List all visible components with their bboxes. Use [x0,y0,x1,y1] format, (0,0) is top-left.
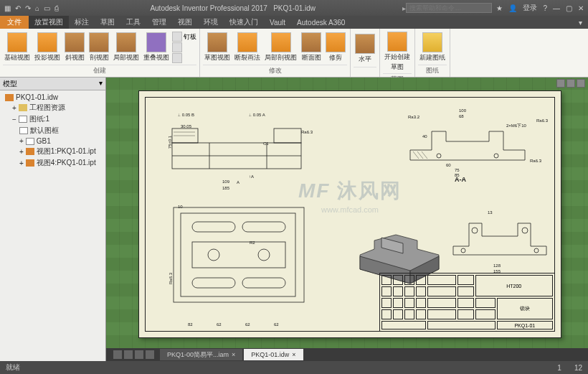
dim-100: 100 [459,108,466,113]
canvas-max-icon[interactable] [566,79,575,88]
overlay-view-button[interactable]: 重叠视图 [142,31,171,64]
redo-icon[interactable]: ↷ [25,4,31,12]
close-icon[interactable]: ✕ [578,4,584,12]
ra32: Ra3.2 [408,115,419,119]
star-icon[interactable]: ★ [496,4,503,12]
tab-getstarted[interactable]: 快速入门 [224,16,264,29]
ribbon-collapse-icon[interactable]: ▾ [573,17,588,28]
tab-environment[interactable]: 环境 [198,16,224,29]
tab-close-icon[interactable]: × [232,351,235,358]
svg-point-22 [522,228,528,233]
tab-close-icon[interactable]: × [292,351,295,358]
browser-dropdown-icon[interactable]: ▾ [99,79,103,88]
tree-resources[interactable]: +工程图资源 [2,102,103,113]
projected-view-button[interactable]: 投影视图 [33,31,62,64]
ra-c: Ra6.3 [169,273,173,284]
ra-a: Ra6.3 [301,130,313,134]
tree-view4[interactable]: +视图4:PKQ1-01.ipt [2,157,103,169]
maximize-icon[interactable]: ▢ [566,4,572,12]
dim-60: 60 [446,163,451,167]
tree-sheet1[interactable]: −图纸:1 [2,113,103,125]
tab-nav-icon[interactable] [113,350,122,359]
tab-list-icon[interactable] [124,350,133,359]
model-browser: 模型▾ PKQ1-01.idw +工程图资源 −图纸:1 默认图框 +GB1 +… [0,78,106,361]
svg-rect-7 [181,213,295,296]
auxiliary-view-button[interactable]: 斜视图 [63,31,86,64]
section-view-button[interactable]: 剖视图 [87,31,110,64]
status-page: 1 [557,364,561,372]
ribbon: 基础视图 投影视图 斜视图 剖视图 局部视图 重叠视图 钉板 创建 草图视图 断… [0,29,588,78]
print-icon[interactable]: ⎙ [54,4,59,12]
c1: C1 [263,141,269,146]
svg-rect-6 [174,207,304,302]
svg-rect-8 [192,222,235,232]
ribbon-tabs: 文件 放置视图 标注 草图 工具 管理 视图 环境 快速入门 Vault Aut… [0,16,588,29]
tab-annotate[interactable]: 标注 [69,16,95,29]
tree-gb1[interactable]: +GB1 [2,136,103,146]
break-button[interactable]: 断裂画法 [233,31,262,64]
svg-rect-11 [242,278,285,288]
svg-point-24 [534,248,539,253]
tab-manage[interactable]: 管理 [146,16,172,29]
svg-rect-10 [192,278,235,288]
search-input[interactable] [406,3,492,13]
dim-13: 13 [488,210,493,215]
new-sheet-button[interactable]: 新建图纸 [418,31,447,64]
tab-view[interactable]: 视图 [172,16,198,29]
dim-68: 68 [459,114,464,118]
breakout-button[interactable]: 局部剖视图 [263,31,298,64]
nailboard-button[interactable]: 钉板 [172,32,196,63]
help-icon[interactable]: ? [543,4,547,12]
browser-tree[interactable]: PKQ1-01.idw +工程图资源 −图纸:1 默认图框 +GB1 +视图1:… [0,90,105,361]
base-view-button[interactable]: 基础视图 [3,31,32,64]
app-menu-icon[interactable]: ▦ [4,4,11,12]
dim-h: 75±0.1 [168,136,172,149]
undo-icon[interactable]: ↶ [15,4,21,12]
tb-partname: 锁块 [497,298,553,319]
tab-grid-icon[interactable] [135,350,143,359]
tab-vault[interactable]: Vault [264,17,291,28]
dim-thread: 2×M6下10 [506,123,526,129]
app-title: Autodesk Inventor Professional 2017 [150,4,267,12]
user-icon[interactable]: 👤 [508,4,517,12]
tab-place-views[interactable]: 放置视图 [29,16,69,29]
slice-button[interactable]: 断面图 [300,31,323,64]
tab-tools[interactable]: 工具 [120,16,146,29]
doc-tab-drawing[interactable]: PKQ1-01.idw× [244,349,303,360]
drawing-sheet[interactable]: ⟂ 0.05 B ⟂ 0.05 A 30.05 109 185 ↑A A Ra6… [138,90,561,338]
section-arrow-al: A [237,180,240,184]
open-icon[interactable]: ▭ [44,4,50,12]
file-tab[interactable]: 文件 [0,16,29,29]
document-tabs: PKQ1-00简易平...iam× PKQ1-01.idw× [106,348,588,361]
status-total: 12 [574,364,582,372]
group-sheets-label: 图纸 [418,65,447,75]
doc-tab-assembly[interactable]: PKQ1-00简易平...iam× [160,349,242,360]
crop-button[interactable]: 修剪 [324,31,347,64]
tree-border[interactable]: 默认图框 [2,125,103,136]
dim-75: 75 [455,168,460,172]
tree-root[interactable]: PKQ1-01.idw [2,93,103,102]
tree-view1[interactable]: +视图1:PKQ1-01.ipt [2,146,103,157]
svg-rect-2 [274,128,301,143]
svg-point-23 [461,248,465,253]
minimize-icon[interactable]: — [553,4,560,12]
horizontal-button[interactable]: 水平 [354,32,376,65]
home-icon[interactable]: ⌂ [35,4,39,12]
draft-view-button[interactable]: 草图视图 [203,31,232,64]
svg-point-14 [258,249,270,261]
title-bar: ▦ ↶ ↷ ⌂ ▭ ⎙ Autodesk Inventor Profession… [0,0,588,16]
front-view [159,107,317,186]
canvas-min-icon[interactable] [556,79,565,88]
dim-40: 40 [422,134,427,139]
tab-a360[interactable]: Autodesk A360 [291,17,351,28]
svg-point-21 [472,228,478,233]
tab-tile-icon[interactable] [146,350,154,359]
drawing-canvas[interactable]: ⟂ 0.05 B ⟂ 0.05 A 30.05 109 185 ↑A A Ra6… [106,78,588,361]
tab-sketch[interactable]: 草图 [95,16,120,29]
dim-85: 85 [455,173,460,177]
dim-30: 30.05 [181,124,191,128]
start-sketch-button[interactable]: 开始创建草图 [383,30,412,73]
detail-view-button[interactable]: 局部视图 [112,31,141,64]
login-link[interactable]: 登录 [523,3,537,13]
canvas-close-icon[interactable] [577,79,585,88]
